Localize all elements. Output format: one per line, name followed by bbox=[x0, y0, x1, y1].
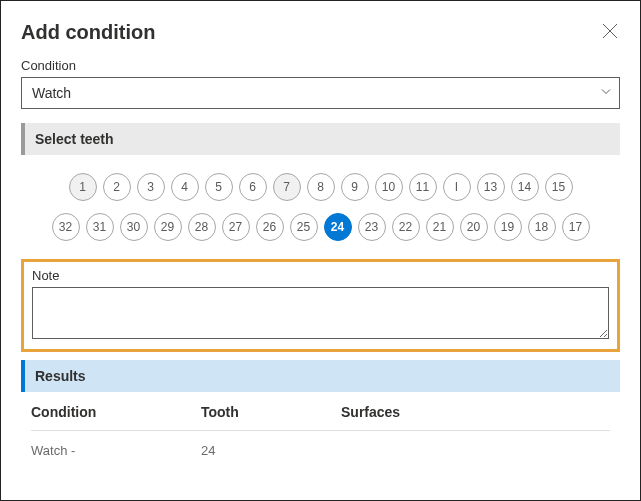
dialog-header: Add condition bbox=[21, 21, 620, 44]
condition-select-value: Watch bbox=[32, 85, 71, 101]
results-columns: Condition Tooth Surfaces bbox=[31, 404, 610, 431]
tooth-18[interactable]: 18 bbox=[528, 213, 556, 241]
tooth-11[interactable]: 11 bbox=[409, 173, 437, 201]
note-label: Note bbox=[32, 268, 609, 283]
results-title: Results bbox=[35, 368, 86, 384]
upper-tooth-row: 1234567891011I131415 bbox=[31, 173, 610, 201]
tooth-5[interactable]: 5 bbox=[205, 173, 233, 201]
tooth-21[interactable]: 21 bbox=[426, 213, 454, 241]
results-header: Results bbox=[21, 360, 620, 392]
tooth-2[interactable]: 2 bbox=[103, 173, 131, 201]
close-icon bbox=[602, 23, 618, 39]
select-teeth-header: Select teeth bbox=[21, 123, 620, 155]
select-teeth-title: Select teeth bbox=[35, 131, 114, 147]
lower-tooth-row: 32313029282726252423222120191817 bbox=[31, 213, 610, 241]
tooth-19[interactable]: 19 bbox=[494, 213, 522, 241]
tooth-32[interactable]: 32 bbox=[52, 213, 80, 241]
tooth-31[interactable]: 31 bbox=[86, 213, 114, 241]
results-body: Watch -24 bbox=[31, 431, 610, 468]
tooth-27[interactable]: 27 bbox=[222, 213, 250, 241]
tooth-14[interactable]: 14 bbox=[511, 173, 539, 201]
tooth-1[interactable]: 1 bbox=[69, 173, 97, 201]
tooth-10[interactable]: 10 bbox=[375, 173, 403, 201]
tooth-24[interactable]: 24 bbox=[324, 213, 352, 241]
tooth-26[interactable]: 26 bbox=[256, 213, 284, 241]
col-condition: Condition bbox=[31, 404, 201, 420]
add-condition-dialog: Add condition Condition Watch Select tee… bbox=[1, 1, 640, 468]
tooth-23[interactable]: 23 bbox=[358, 213, 386, 241]
condition-select-wrap: Watch bbox=[21, 77, 620, 109]
tooth-9[interactable]: 9 bbox=[341, 173, 369, 201]
cell-tooth: 24 bbox=[201, 443, 341, 458]
note-block: Note bbox=[21, 259, 620, 352]
table-row: Watch -24 bbox=[31, 431, 610, 468]
dialog-title: Add condition bbox=[21, 21, 155, 44]
col-surfaces: Surfaces bbox=[341, 404, 610, 420]
condition-label: Condition bbox=[21, 58, 620, 73]
condition-select[interactable]: Watch bbox=[21, 77, 620, 109]
tooth-25[interactable]: 25 bbox=[290, 213, 318, 241]
tooth-8[interactable]: 8 bbox=[307, 173, 335, 201]
teeth-grid: 1234567891011I131415 3231302928272625242… bbox=[21, 173, 620, 259]
tooth-22[interactable]: 22 bbox=[392, 213, 420, 241]
tooth-20[interactable]: 20 bbox=[460, 213, 488, 241]
results-table: Condition Tooth Surfaces Watch -24 bbox=[21, 404, 620, 468]
tooth-7[interactable]: 7 bbox=[273, 173, 301, 201]
tooth-17[interactable]: 17 bbox=[562, 213, 590, 241]
note-textarea[interactable] bbox=[32, 287, 609, 339]
close-button[interactable] bbox=[600, 21, 620, 41]
tooth-6[interactable]: 6 bbox=[239, 173, 267, 201]
cell-condition: Watch - bbox=[31, 443, 201, 458]
tooth-3[interactable]: 3 bbox=[137, 173, 165, 201]
tooth-I[interactable]: I bbox=[443, 173, 471, 201]
cell-surfaces bbox=[341, 443, 610, 458]
tooth-29[interactable]: 29 bbox=[154, 213, 182, 241]
tooth-13[interactable]: 13 bbox=[477, 173, 505, 201]
tooth-28[interactable]: 28 bbox=[188, 213, 216, 241]
tooth-15[interactable]: 15 bbox=[545, 173, 573, 201]
tooth-30[interactable]: 30 bbox=[120, 213, 148, 241]
tooth-4[interactable]: 4 bbox=[171, 173, 199, 201]
col-tooth: Tooth bbox=[201, 404, 341, 420]
